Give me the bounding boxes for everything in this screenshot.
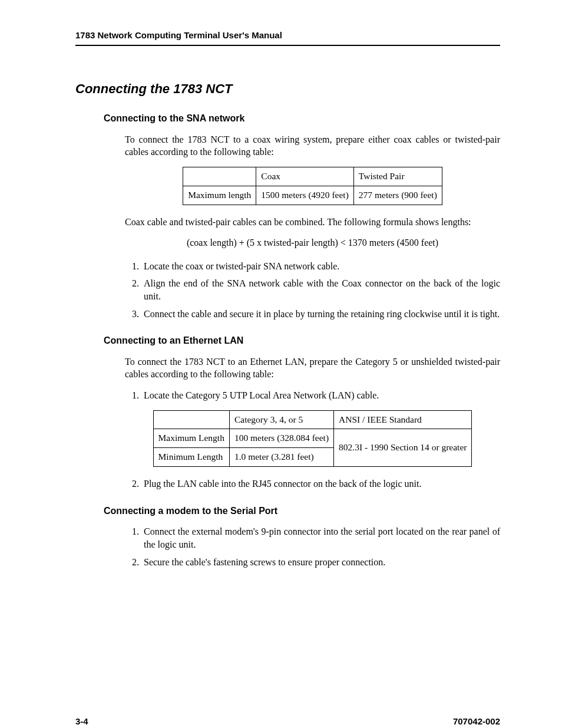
cell: Coax [256, 167, 354, 186]
page-footer: 3-4 707042-002 [75, 716, 500, 727]
running-title-text: 1783 Network Computing Terminal User's M… [75, 30, 282, 40]
lan-body: To connect the 1783 NCT to an Ethernet L… [125, 355, 500, 490]
cell: 277 meters (900 feet) [353, 186, 442, 205]
cell: 1500 meters (4920 feet) [256, 186, 354, 205]
sna-intro: To connect the 1783 NCT to a coax wiring… [125, 133, 500, 159]
section-title: Connecting the 1783 NCT [75, 80, 500, 98]
lan-steps-2: Plug the LAN cable into the RJ45 connect… [125, 477, 500, 490]
sna-combined-text: Coax cable and twisted-pair cables can b… [125, 216, 500, 229]
subsection-heading-sna: Connecting to the SNA network [104, 112, 500, 125]
cell: Twisted Pair [353, 167, 442, 186]
list-item: Connect the cable and secure it in place… [141, 308, 500, 321]
cell: Minimum Length [153, 448, 229, 467]
cell: 1.0 meter (3.281 feet) [229, 448, 333, 467]
list-item: Align the end of the SNA network cable w… [141, 277, 500, 302]
lan-table: Category 3, 4, or 5 ANSI / IEEE Standard… [153, 410, 472, 467]
cell: ANSI / IEEE Standard [334, 410, 472, 429]
list-item: Secure the cable's fastening screws to e… [141, 556, 500, 569]
subsection-heading-lan: Connecting to an Ethernet LAN [104, 334, 500, 347]
table-row: Category 3, 4, or 5 ANSI / IEEE Standard [153, 410, 472, 429]
cell: Maximum Length [153, 429, 229, 448]
table-row: Maximum length 1500 meters (4920 feet) 2… [183, 186, 442, 205]
cell [153, 410, 229, 429]
sna-body: To connect the 1783 NCT to a coax wiring… [125, 133, 500, 321]
cell: Maximum length [183, 186, 256, 205]
cell: Category 3, 4, or 5 [229, 410, 333, 429]
modem-steps: Connect the external modem's 9-pin conne… [125, 525, 500, 568]
lan-steps-1: Locate the Category 5 UTP Local Area Net… [125, 389, 500, 402]
modem-body: Connect the external modem's 9-pin conne… [125, 525, 500, 568]
lan-intro: To connect the 1783 NCT to an Ethernet L… [125, 355, 500, 381]
page-number: 3-4 [75, 716, 88, 727]
sna-steps: Locate the coax or twisted-pair SNA netw… [125, 260, 500, 320]
sna-formula: (coax length) + (5 x twisted-pair length… [125, 236, 500, 249]
sna-table: Coax Twisted Pair Maximum length 1500 me… [183, 167, 442, 205]
doc-number: 707042-002 [453, 716, 500, 727]
list-item: Plug the LAN cable into the RJ45 connect… [141, 477, 500, 490]
list-item: Locate the Category 5 UTP Local Area Net… [141, 389, 500, 402]
table-row: Coax Twisted Pair [183, 167, 442, 186]
cell: 100 meters (328.084 feet) [229, 429, 333, 448]
cell: 802.3I - 1990 Section 14 or greater [334, 429, 472, 467]
running-header: 1783 Network Computing Terminal User's M… [75, 29, 500, 46]
cell [183, 167, 256, 186]
table-row: Maximum Length 100 meters (328.084 feet)… [153, 429, 472, 448]
list-item: Locate the coax or twisted-pair SNA netw… [141, 260, 500, 273]
subsection-heading-modem: Connecting a modem to the Serial Port [104, 505, 500, 518]
list-item: Connect the external modem's 9-pin conne… [141, 525, 500, 551]
